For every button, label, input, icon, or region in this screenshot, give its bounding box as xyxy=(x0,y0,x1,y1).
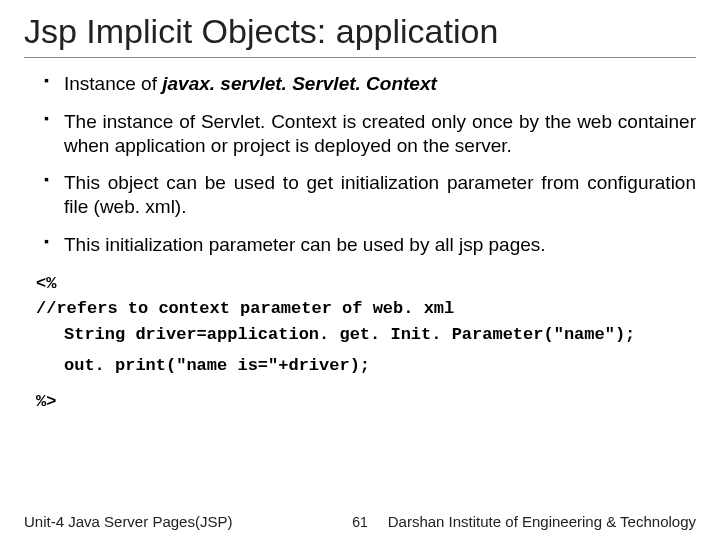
code-line: <% xyxy=(36,271,696,297)
bullet-item: This initialization parameter can be use… xyxy=(44,233,696,257)
code-line: String driver=application. get. Init. Pa… xyxy=(36,322,696,348)
bullet-text: Instance of xyxy=(64,73,162,94)
footer-left: Unit-4 Java Server Pages(JSP) xyxy=(24,513,232,530)
slide-title: Jsp Implicit Objects: application xyxy=(24,12,696,58)
code-block: <% //refers to context parameter of web.… xyxy=(24,271,696,415)
page-number: 61 xyxy=(352,514,368,530)
footer-right: Darshan Institute of Engineering & Techn… xyxy=(388,513,696,530)
slide-footer: Unit-4 Java Server Pages(JSP) 61 Darshan… xyxy=(0,513,720,530)
code-line: //refers to context parameter of web. xm… xyxy=(36,296,696,322)
bullet-emphasis: javax. servlet. Servlet. Context xyxy=(162,73,437,94)
bullet-list: Instance of javax. servlet. Servlet. Con… xyxy=(24,72,696,271)
bullet-item: The instance of Servlet. Context is crea… xyxy=(44,110,696,158)
bullet-item: This object can be used to get initializ… xyxy=(44,171,696,219)
code-line: %> xyxy=(36,389,696,415)
bullet-item: Instance of javax. servlet. Servlet. Con… xyxy=(44,72,696,96)
code-line: out. print("name is="+driver); xyxy=(36,353,696,379)
slide-container: Jsp Implicit Objects: application Instan… xyxy=(0,0,720,540)
